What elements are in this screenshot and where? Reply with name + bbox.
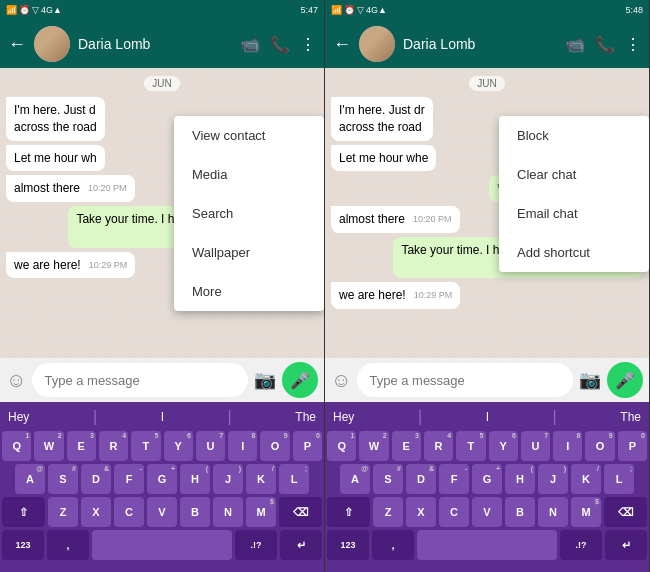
suggestion-hey-left[interactable]: Hey: [8, 410, 29, 424]
suggestion-the-right[interactable]: The: [620, 410, 641, 424]
key-g-left[interactable]: G+: [147, 464, 177, 494]
key-123-right[interactable]: 123: [327, 530, 369, 560]
video-call-icon[interactable]: 📹: [240, 35, 260, 54]
suggestion-the-left[interactable]: The: [295, 410, 316, 424]
key-m-left[interactable]: M$: [246, 497, 276, 527]
menu-search[interactable]: Search: [174, 194, 324, 233]
key-u-left[interactable]: U7: [196, 431, 225, 461]
key-o-left[interactable]: O9: [260, 431, 289, 461]
message-input-left[interactable]: [32, 363, 248, 397]
contact-name-right[interactable]: Daria Lomb: [403, 36, 557, 52]
key-shift-left[interactable]: ⇧: [2, 497, 45, 527]
key-p-right[interactable]: P0: [618, 431, 647, 461]
key-backspace-right[interactable]: ⌫: [604, 497, 647, 527]
contact-name-left[interactable]: Daria Lomb: [78, 36, 232, 52]
menu-block[interactable]: Block: [499, 116, 649, 155]
emoji-button-left[interactable]: ☺: [6, 369, 26, 392]
suggestion-i-right[interactable]: I: [486, 410, 489, 424]
key-q-left[interactable]: Q1: [2, 431, 31, 461]
suggestion-i-left[interactable]: I: [161, 410, 164, 424]
key-j-left[interactable]: J): [213, 464, 243, 494]
key-d-right[interactable]: D&: [406, 464, 436, 494]
back-button-left[interactable]: ←: [8, 34, 26, 55]
more-options-icon[interactable]: ⋮: [300, 35, 316, 54]
more-options-icon-r[interactable]: ⋮: [625, 35, 641, 54]
call-icon[interactable]: 📞: [270, 35, 290, 54]
key-l-left[interactable]: L;: [279, 464, 309, 494]
key-dotpunct-right[interactable]: .!?: [560, 530, 602, 560]
key-j-right[interactable]: J): [538, 464, 568, 494]
key-i-left[interactable]: I8: [228, 431, 257, 461]
key-w-left[interactable]: W2: [34, 431, 63, 461]
key-z-left[interactable]: Z: [48, 497, 78, 527]
key-enter-right[interactable]: ↵: [605, 530, 647, 560]
key-s-right[interactable]: S#: [373, 464, 403, 494]
key-a-right[interactable]: A@: [340, 464, 370, 494]
key-f-right[interactable]: F-: [439, 464, 469, 494]
key-123-left[interactable]: 123: [2, 530, 44, 560]
menu-media[interactable]: Media: [174, 155, 324, 194]
key-backspace-left[interactable]: ⌫: [279, 497, 322, 527]
camera-button-left[interactable]: 📷: [254, 369, 276, 391]
key-w-right[interactable]: W2: [359, 431, 388, 461]
key-shift-right[interactable]: ⇧: [327, 497, 370, 527]
back-button-right[interactable]: ←: [333, 34, 351, 55]
key-n-left[interactable]: N: [213, 497, 243, 527]
key-r-left[interactable]: R4: [99, 431, 128, 461]
menu-wallpaper[interactable]: Wallpaper: [174, 233, 324, 272]
emoji-button-right[interactable]: ☺: [331, 369, 351, 392]
key-c-left[interactable]: C: [114, 497, 144, 527]
key-p-left[interactable]: P0: [293, 431, 322, 461]
key-d-left[interactable]: D&: [81, 464, 111, 494]
key-c-right[interactable]: C: [439, 497, 469, 527]
key-x-right[interactable]: X: [406, 497, 436, 527]
key-e-right[interactable]: E3: [392, 431, 421, 461]
menu-view-contact[interactable]: View contact: [174, 116, 324, 155]
key-k-left[interactable]: K/: [246, 464, 276, 494]
mic-button-right[interactable]: 🎤: [607, 362, 643, 398]
menu-more[interactable]: More: [174, 272, 324, 311]
key-y-left[interactable]: Y6: [164, 431, 193, 461]
key-z-right[interactable]: Z: [373, 497, 403, 527]
key-f-left[interactable]: F-: [114, 464, 144, 494]
key-n-right[interactable]: N: [538, 497, 568, 527]
avatar-left[interactable]: [34, 26, 70, 62]
key-h-left[interactable]: H(: [180, 464, 210, 494]
message-input-right[interactable]: [357, 363, 573, 397]
key-o-right[interactable]: O9: [585, 431, 614, 461]
key-comma-right[interactable]: ,: [372, 530, 414, 560]
key-i-right[interactable]: I8: [553, 431, 582, 461]
mic-button-left[interactable]: 🎤: [282, 362, 318, 398]
camera-button-right[interactable]: 📷: [579, 369, 601, 391]
key-v-right[interactable]: V: [472, 497, 502, 527]
key-space-left[interactable]: [92, 530, 232, 560]
key-m-right[interactable]: M$: [571, 497, 601, 527]
key-b-right[interactable]: B: [505, 497, 535, 527]
key-r-right[interactable]: R4: [424, 431, 453, 461]
menu-add-shortcut[interactable]: Add shortcut: [499, 233, 649, 272]
video-call-icon-r[interactable]: 📹: [565, 35, 585, 54]
key-h-right[interactable]: H(: [505, 464, 535, 494]
menu-email-chat[interactable]: Email chat: [499, 194, 649, 233]
key-enter-left[interactable]: ↵: [280, 530, 322, 560]
avatar-right[interactable]: [359, 26, 395, 62]
key-y-right[interactable]: Y6: [489, 431, 518, 461]
key-g-right[interactable]: G+: [472, 464, 502, 494]
call-icon-r[interactable]: 📞: [595, 35, 615, 54]
key-k-right[interactable]: K/: [571, 464, 601, 494]
key-t-right[interactable]: T5: [456, 431, 485, 461]
suggestion-hey-right[interactable]: Hey: [333, 410, 354, 424]
key-u-right[interactable]: U7: [521, 431, 550, 461]
key-space-right[interactable]: [417, 530, 557, 560]
key-comma-left[interactable]: ,: [47, 530, 89, 560]
key-t-left[interactable]: T5: [131, 431, 160, 461]
key-a-left[interactable]: A@: [15, 464, 45, 494]
key-dotpunct-left[interactable]: .!?: [235, 530, 277, 560]
key-s-left[interactable]: S#: [48, 464, 78, 494]
key-q-right[interactable]: Q1: [327, 431, 356, 461]
key-v-left[interactable]: V: [147, 497, 177, 527]
key-x-left[interactable]: X: [81, 497, 111, 527]
key-l-right[interactable]: L;: [604, 464, 634, 494]
key-b-left[interactable]: B: [180, 497, 210, 527]
key-e-left[interactable]: E3: [67, 431, 96, 461]
